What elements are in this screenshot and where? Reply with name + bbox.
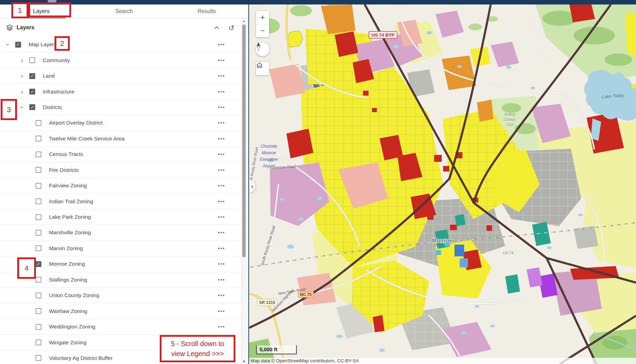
options-menu-icon[interactable] bbox=[218, 91, 224, 92]
options-menu-icon[interactable] bbox=[218, 185, 224, 186]
layer-row-lake-park-zoning[interactable]: Lake Park Zoning bbox=[0, 209, 241, 225]
chevron-right-icon[interactable]: › bbox=[19, 89, 25, 95]
layer-row-waxhaw-zoning[interactable]: Waxhaw Zoning bbox=[0, 303, 241, 319]
options-menu-icon[interactable] bbox=[218, 60, 224, 61]
layer-checkbox-fairview-zoning[interactable] bbox=[36, 183, 41, 189]
layer-checkbox-fire-districts[interactable] bbox=[36, 167, 41, 173]
layer-label[interactable]: Fire Districts bbox=[49, 167, 79, 173]
options-menu-icon[interactable] bbox=[218, 154, 224, 155]
tab-results[interactable]: Results bbox=[165, 4, 248, 18]
layer-checkbox-indian-trail-zoning[interactable] bbox=[36, 198, 41, 204]
tab-search[interactable]: Search bbox=[83, 4, 166, 18]
options-menu-icon[interactable] bbox=[218, 122, 224, 124]
chevron-down-icon[interactable]: › bbox=[5, 41, 11, 48]
scrollbar-up-arrow[interactable]: ▲ bbox=[242, 19, 246, 23]
layer-label[interactable]: Weddington Zoning bbox=[49, 324, 95, 330]
layer-row-airport-overlay-district[interactable]: Airport Overlay District bbox=[0, 115, 241, 131]
layer-row-map-layers[interactable]: ›✓Map Layers bbox=[0, 37, 241, 52]
layer-row-community[interactable]: ›Community bbox=[0, 52, 241, 68]
layer-row-marshville-zoning[interactable]: Marshville Zoning bbox=[0, 225, 241, 240]
layer-row-fairview-zoning[interactable]: Fairview Zoning bbox=[0, 178, 241, 194]
layer-row-indian-trail-zoning[interactable]: Indian Trail Zoning bbox=[0, 194, 241, 209]
options-menu-icon[interactable] bbox=[218, 263, 224, 265]
chevron-down-icon[interactable]: › bbox=[19, 104, 25, 110]
tab-layers[interactable]: Layers bbox=[0, 4, 83, 18]
layer-row-land[interactable]: ›✓Land bbox=[0, 68, 241, 84]
options-menu-icon[interactable] bbox=[218, 279, 224, 281]
layer-label[interactable]: Community bbox=[43, 57, 70, 63]
layer-checkbox-weddington-zoning[interactable] bbox=[36, 324, 41, 330]
layer-checkbox-land[interactable]: ✓ bbox=[29, 73, 35, 79]
layer-label[interactable]: Voluntary Ag District Buffer bbox=[49, 355, 112, 361]
layer-checkbox-lake-park-zoning[interactable] bbox=[36, 214, 41, 220]
options-menu-icon[interactable] bbox=[218, 201, 224, 202]
options-menu-icon[interactable] bbox=[218, 138, 224, 139]
layer-checkbox-stallings-zoning[interactable] bbox=[36, 277, 41, 283]
options-menu-icon[interactable] bbox=[218, 311, 224, 312]
options-menu-icon[interactable] bbox=[218, 295, 224, 296]
options-menu-icon[interactable] bbox=[218, 326, 224, 327]
options-menu-icon[interactable] bbox=[218, 107, 224, 108]
layer-label[interactable]: Union County Zoning bbox=[49, 292, 99, 298]
options-menu-icon[interactable] bbox=[218, 342, 224, 343]
options-menu-icon[interactable] bbox=[218, 232, 224, 233]
layer-label[interactable]: Waxhaw Zoning bbox=[49, 308, 87, 314]
scrollbar-thumb[interactable] bbox=[242, 24, 246, 257]
layer-label[interactable]: Census Tracts bbox=[49, 151, 83, 157]
options-menu-icon[interactable] bbox=[218, 216, 224, 218]
layer-checkbox-census-tracts[interactable] bbox=[36, 151, 41, 157]
layer-checkbox-districts[interactable]: ✓ bbox=[29, 104, 35, 110]
layer-checkbox-community[interactable] bbox=[29, 57, 35, 63]
zoom-out-button[interactable]: − bbox=[256, 24, 269, 38]
layer-checkbox-waxhaw-zoning[interactable] bbox=[36, 308, 41, 314]
options-menu-icon[interactable] bbox=[218, 75, 224, 77]
scrollbar-down-arrow[interactable]: ▼ bbox=[242, 360, 246, 363]
layer-row-census-tracts[interactable]: Census Tracts bbox=[0, 147, 241, 162]
options-menu-icon[interactable] bbox=[218, 169, 224, 171]
layer-row-union-county-zoning[interactable]: Union County Zoning bbox=[0, 288, 241, 303]
options-menu-icon[interactable] bbox=[218, 44, 224, 45]
layer-checkbox-twelve-mile-creek-service-area[interactable] bbox=[36, 136, 41, 141]
options-menu-icon[interactable] bbox=[218, 248, 224, 249]
layer-checkbox-marshville-zoning[interactable] bbox=[36, 230, 41, 236]
layer-checkbox-monroe-zoning[interactable]: ✓ bbox=[36, 261, 41, 267]
layer-label[interactable]: Fairview Zoning bbox=[49, 183, 87, 189]
layer-row-wingate-zoning[interactable]: Wingate Zoning bbox=[0, 335, 241, 350]
layer-label[interactable]: Lake Park Zoning bbox=[49, 214, 91, 220]
layer-label[interactable]: Map Layers bbox=[29, 41, 57, 48]
panel-scrollbar[interactable]: ▲ ▼ bbox=[241, 18, 246, 364]
map-canvas[interactable]: Monroe Lake Twitty Charlotte Monroe Exec… bbox=[249, 4, 636, 364]
layer-row-weddington-zoning[interactable]: Weddington Zoning bbox=[0, 319, 241, 335]
layer-row-stallings-zoning[interactable]: Stallings Zoning bbox=[0, 272, 241, 288]
layer-label[interactable]: Marvin Zoning bbox=[49, 245, 83, 252]
layer-checkbox-marvin-zoning[interactable] bbox=[36, 245, 41, 251]
layer-checkbox-union-county-zoning[interactable] bbox=[36, 293, 41, 298]
chevron-right-icon[interactable]: › bbox=[19, 57, 25, 63]
chevron-right-icon[interactable]: › bbox=[19, 73, 25, 79]
zoom-in-button[interactable]: + bbox=[256, 11, 269, 24]
layer-label[interactable]: Stallings Zoning bbox=[49, 277, 87, 283]
layer-label[interactable]: Marshville Zoning bbox=[49, 229, 91, 236]
home-button[interactable] bbox=[256, 62, 269, 75]
layer-label[interactable]: Land bbox=[43, 73, 55, 79]
layer-label[interactable]: Districts bbox=[43, 104, 62, 110]
collapse-all-icon[interactable] bbox=[214, 26, 219, 29]
layer-label[interactable]: Twelve Mile Creek Service Area bbox=[49, 136, 125, 142]
layer-row-voluntary-ag-district-buffer[interactable]: Voluntary Ag District Buffer bbox=[0, 351, 241, 364]
layer-checkbox-airport-overlay-district[interactable] bbox=[36, 120, 41, 126]
layer-row-fire-districts[interactable]: Fire Districts bbox=[0, 163, 241, 178]
layer-label[interactable]: Airport Overlay District bbox=[49, 120, 102, 126]
layer-checkbox-voluntary-ag-district-buffer[interactable] bbox=[36, 355, 41, 361]
layer-row-monroe-zoning[interactable]: ✓Monroe Zoning bbox=[0, 256, 241, 272]
layer-checkbox-map-layers[interactable]: ✓ bbox=[15, 42, 21, 48]
layer-row-marvin-zoning[interactable]: Marvin Zoning bbox=[0, 241, 241, 256]
layer-row-twelve-mile-creek-service-area[interactable]: Twelve Mile Creek Service Area bbox=[0, 131, 241, 147]
layer-label[interactable]: Indian Trail Zoning bbox=[49, 198, 93, 205]
map-area[interactable]: Monroe Lake Twitty Charlotte Monroe Exec… bbox=[248, 4, 636, 364]
layer-label[interactable]: Wingate Zoning bbox=[49, 340, 87, 346]
options-menu-icon[interactable] bbox=[218, 357, 224, 359]
layer-row-infrastructure[interactable]: ›✓Infrastructure bbox=[0, 84, 241, 99]
layer-checkbox-wingate-zoning[interactable] bbox=[36, 340, 41, 345]
compass-button[interactable] bbox=[256, 42, 270, 56]
refresh-icon[interactable]: ↺ bbox=[228, 24, 234, 31]
